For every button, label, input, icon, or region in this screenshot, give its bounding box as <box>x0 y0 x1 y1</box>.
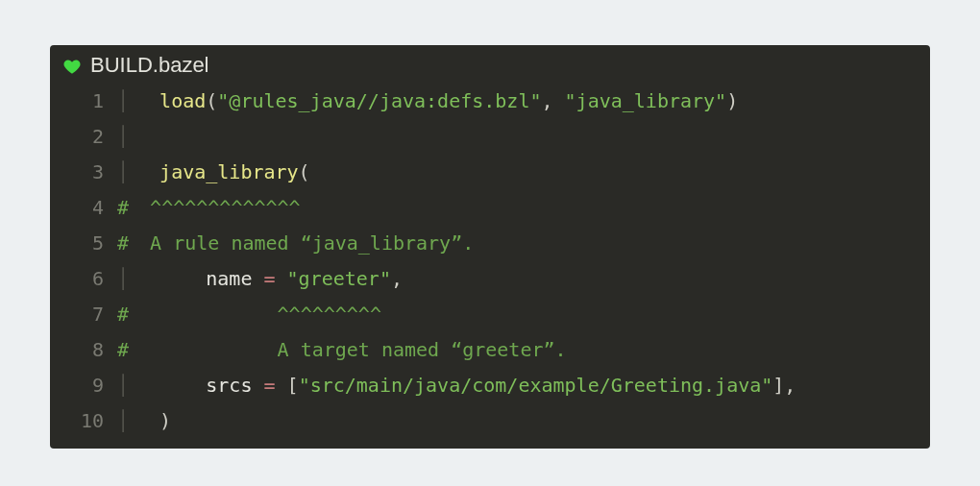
heart-icon <box>63 57 81 74</box>
code-content: srcs = ["src/main/java/com/example/Greet… <box>159 368 930 403</box>
comment-marker: # <box>117 332 150 368</box>
token: srcs <box>206 374 252 397</box>
code-content: ^^^^^^^^^^^^^ <box>150 190 930 226</box>
token: , <box>391 267 403 290</box>
token <box>159 374 206 397</box>
code-line: 10│ ) <box>50 403 930 439</box>
code-content: java_library( <box>159 155 930 190</box>
token: = <box>263 267 275 290</box>
token: ) <box>726 89 738 112</box>
token <box>276 267 287 290</box>
gutter-pipe: │ <box>117 119 159 155</box>
line-number: 7 <box>50 297 117 332</box>
code-content: ^^^^^^^^^ <box>150 297 930 332</box>
token: load <box>159 89 206 112</box>
token: = <box>263 374 275 397</box>
token: ] <box>772 374 784 397</box>
line-number: 10 <box>50 403 117 439</box>
code-content: load("@rules_java//java:defs.bzl", "java… <box>159 84 930 119</box>
token: ^^^^^^^^^ <box>278 303 381 326</box>
token: A rule named “java_library”. <box>150 231 474 255</box>
token: ( <box>299 160 310 183</box>
line-number: 5 <box>50 226 117 261</box>
code-content: A target named “greeter”. <box>150 332 930 368</box>
token: "greeter" <box>287 267 391 290</box>
token: ^^^^^^^^^^^^^ <box>150 196 301 219</box>
code-content: name = "greeter", <box>159 261 930 297</box>
token: , <box>784 374 796 397</box>
token: ) <box>159 409 171 432</box>
comment-marker: # <box>117 297 150 332</box>
token <box>159 267 206 290</box>
token: java_library <box>159 160 299 183</box>
code-content: A rule named “java_library”. <box>150 226 930 261</box>
token: "java_library" <box>565 89 727 112</box>
line-number: 1 <box>50 84 117 119</box>
code-line: 1│ load("@rules_java//java:defs.bzl", "j… <box>50 84 930 119</box>
code-block: BUILD.bazel 1│ load("@rules_java//java:d… <box>50 45 930 449</box>
code-line: 9│ srcs = ["src/main/java/com/example/Gr… <box>50 368 930 403</box>
line-number: 6 <box>50 261 117 297</box>
code-line: 4# ^^^^^^^^^^^^^ <box>50 190 930 226</box>
token: A target named “greeter”. <box>150 338 566 361</box>
line-number: 4 <box>50 190 117 226</box>
token <box>252 267 263 290</box>
code-content: ) <box>159 403 930 439</box>
gutter-pipe: │ <box>117 368 159 403</box>
line-number: 3 <box>50 155 117 190</box>
file-titlebar: BUILD.bazel <box>50 45 930 82</box>
file-name: BUILD.bazel <box>90 53 209 78</box>
code-line: 2│ <box>50 119 930 155</box>
code-line: 5# A rule named “java_library”. <box>50 226 930 261</box>
line-number: 8 <box>50 332 117 368</box>
comment-marker: # <box>117 226 150 261</box>
token: ( <box>206 89 217 112</box>
gutter-pipe: │ <box>117 84 159 119</box>
token: name <box>206 267 252 290</box>
token <box>150 303 277 326</box>
code-line: 7# ^^^^^^^^^ <box>50 297 930 332</box>
token <box>252 374 263 397</box>
code-area: 1│ load("@rules_java//java:defs.bzl", "j… <box>50 82 930 449</box>
token: "src/main/java/com/example/Greeting.java… <box>299 374 773 397</box>
code-line: 6│ name = "greeter", <box>50 261 930 297</box>
gutter-pipe: │ <box>117 155 159 190</box>
code-line: 3│ java_library( <box>50 155 930 190</box>
token: [ <box>287 374 299 397</box>
gutter-pipe: │ <box>117 261 159 297</box>
line-number: 9 <box>50 368 117 403</box>
gutter-pipe: │ <box>117 403 159 439</box>
code-line: 8# A target named “greeter”. <box>50 332 930 368</box>
token: "@rules_java//java:defs.bzl" <box>217 89 541 112</box>
token: , <box>541 89 564 112</box>
token <box>276 374 287 397</box>
comment-marker: # <box>117 190 150 226</box>
line-number: 2 <box>50 119 117 155</box>
